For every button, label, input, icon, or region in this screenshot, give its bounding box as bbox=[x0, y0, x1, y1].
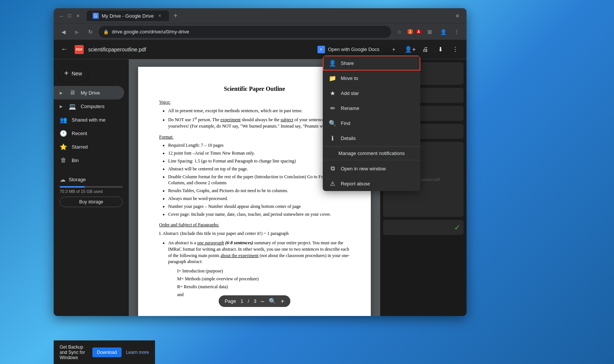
refresh-button[interactable]: ↻ bbox=[85, 27, 96, 37]
bookmark-button[interactable]: ☆ bbox=[394, 27, 405, 37]
more-action-button[interactable]: ⋮ bbox=[448, 43, 462, 56]
context-menu-add-star[interactable]: ★ Add star bbox=[323, 86, 420, 101]
report-abuse-icon: ⚠ bbox=[329, 180, 336, 187]
tab-strip: G My Drive - Google Drive × + bbox=[87, 11, 451, 21]
sidebar-item-my-drive[interactable]: ▶ 🖥 My Drive bbox=[54, 86, 124, 99]
pdf-imrac-i: I= Introduction (purpose) bbox=[177, 268, 350, 274]
recent-icon: 🕐 bbox=[60, 129, 67, 137]
open-with-dropdown-button[interactable]: ▾ bbox=[388, 44, 399, 55]
forward-button[interactable]: ▶ bbox=[72, 27, 82, 37]
share-action-button[interactable]: 👤+ bbox=[403, 43, 417, 56]
pdf-imrac-r: R= Results (numerical data) bbox=[177, 284, 350, 290]
add-star-label: Add star bbox=[341, 90, 359, 96]
tab-favicon: G bbox=[93, 13, 99, 19]
context-menu-report-abuse[interactable]: ⚠ Report abuse bbox=[323, 176, 420, 191]
download-action-button[interactable]: ⬇ bbox=[433, 43, 447, 56]
window-controls: — ☐ ✕ bbox=[58, 13, 81, 19]
zoom-in-button[interactable]: + bbox=[281, 298, 284, 305]
zoom-icon: 🔍 bbox=[269, 298, 276, 305]
context-menu-find[interactable]: 🔍 Find bbox=[323, 116, 420, 131]
pdf-title: Scientific Paper Outline bbox=[159, 85, 350, 93]
my-drive-label: My Drive bbox=[81, 90, 100, 96]
share-menu-icon: 👤 bbox=[329, 59, 336, 67]
add-star-icon: ★ bbox=[329, 89, 336, 97]
pdf-list-item: Number your pages – Number should appear… bbox=[168, 203, 350, 210]
open-new-window-label: Open in new window bbox=[341, 166, 386, 171]
address-text: drive.google.com/drive/u/0/my-drive bbox=[112, 29, 189, 35]
report-abuse-label: Report abuse bbox=[341, 181, 370, 187]
context-menu-details[interactable]: ℹ Details bbox=[323, 131, 420, 146]
open-with-button[interactable]: ≡ Open with Google Docs bbox=[313, 44, 384, 56]
extensions-button[interactable]: ⊞ bbox=[424, 27, 435, 37]
rename-label: Rename bbox=[341, 105, 359, 111]
find-label: Find bbox=[341, 120, 350, 126]
storage-used-text: 70.3 MB of 15 GB used bbox=[60, 189, 123, 194]
context-menu-rename[interactable]: ✏ Rename bbox=[323, 101, 420, 116]
lock-icon: 🔒 bbox=[103, 29, 109, 35]
storage-label: Storage bbox=[69, 177, 86, 182]
new-plus-icon: + bbox=[64, 69, 69, 78]
right-panel-check-icon: ✓ bbox=[454, 223, 460, 232]
app-back-button[interactable]: ← bbox=[58, 44, 70, 56]
recent-label: Recent bbox=[72, 131, 87, 136]
computers-label: Computers bbox=[81, 104, 105, 109]
zoom-out-button[interactable]: – bbox=[261, 298, 264, 305]
storage-section: ☁ Storage 70.3 MB of 15 GB used Buy stor… bbox=[54, 170, 129, 213]
pdf-order-header: Order and Subject of Paragraphs: bbox=[159, 222, 350, 228]
minimize-button[interactable]: — bbox=[58, 13, 64, 19]
context-menu-open-new-window[interactable]: ⧉ Open in new window bbox=[323, 161, 420, 176]
back-button[interactable]: ◀ bbox=[58, 27, 69, 37]
sidebar-item-recent[interactable]: 🕐 Recent bbox=[54, 126, 124, 140]
page-current: 1 bbox=[241, 298, 243, 304]
page-separator: / bbox=[248, 298, 249, 304]
close-button[interactable]: ✕ bbox=[75, 13, 81, 19]
sidebar-item-shared[interactable]: 👥 Shared with me bbox=[54, 113, 124, 126]
buy-storage-button[interactable]: Buy storage bbox=[60, 197, 123, 207]
bottom-bar-text: Get Backup and Sync for Windows bbox=[60, 344, 88, 360]
open-new-window-icon: ⧉ bbox=[329, 165, 336, 172]
new-button[interactable]: + New bbox=[58, 65, 88, 81]
tab-title: My Drive - Google Drive bbox=[102, 13, 154, 19]
new-tab-button[interactable]: + bbox=[170, 11, 181, 21]
tab-close-button[interactable]: × bbox=[157, 13, 163, 19]
browser-toolbar-right: ☆ 2 A ⊞ 👤 ⋮ bbox=[394, 27, 462, 37]
pdf-list-item: Cover page: Include your name, date, cla… bbox=[168, 211, 350, 218]
title-bar: — ☐ ✕ G My Drive - Google Drive × + ⚙ bbox=[54, 8, 467, 23]
share-menu-label: Share bbox=[341, 60, 354, 66]
active-tab[interactable]: G My Drive - Google Drive × bbox=[87, 11, 169, 21]
my-drive-icon: 🖥 bbox=[69, 89, 76, 96]
rename-icon: ✏ bbox=[329, 104, 336, 112]
print-action-button[interactable]: 🖨 bbox=[418, 43, 432, 56]
context-menu-move-to[interactable]: 📁 Move to bbox=[323, 71, 420, 86]
sidebar-item-computers[interactable]: ▶ 💻 Computers bbox=[54, 99, 124, 113]
system-settings-icon[interactable]: ⚙ bbox=[454, 13, 460, 19]
sidebar-item-bin[interactable]: 🗑 Bin bbox=[54, 153, 124, 167]
storage-cloud-icon: ☁ bbox=[60, 176, 66, 183]
move-to-label: Move to bbox=[341, 75, 358, 81]
context-menu-share[interactable]: 👤 Share bbox=[323, 56, 420, 71]
sidebar: + New ▶ 🖥 My Drive ▶ 💻 Computers 👥 Share… bbox=[54, 59, 129, 316]
page-total: 3 bbox=[254, 298, 256, 304]
bin-icon: 🗑 bbox=[60, 156, 67, 164]
browser-menu-button[interactable]: ⋮ bbox=[451, 27, 462, 37]
open-with-label: Open with Google Docs bbox=[328, 47, 379, 52]
context-menu-divider2 bbox=[323, 160, 420, 160]
details-icon: ℹ bbox=[329, 134, 336, 142]
context-menu-manage-notifications[interactable]: Manage comment notifications bbox=[323, 147, 420, 159]
pdf-list-item: An abstract is a one paragraph (6-8 sent… bbox=[168, 240, 350, 265]
starred-label: Starred bbox=[72, 144, 88, 150]
profile-button[interactable]: 👤 bbox=[438, 27, 448, 37]
brave-badge: 2 bbox=[408, 29, 413, 34]
maximize-button[interactable]: ☐ bbox=[66, 13, 72, 19]
shield-badge: A bbox=[416, 29, 421, 34]
bottom-notification-bar: Get Backup and Sync for Windows Download… bbox=[54, 340, 155, 364]
learn-more-button[interactable]: Learn more bbox=[126, 350, 149, 355]
context-menu-divider bbox=[323, 146, 420, 147]
starred-icon: ⭐ bbox=[60, 143, 67, 150]
bottom-download-button[interactable]: Download bbox=[92, 347, 121, 357]
sidebar-item-starred[interactable]: ⭐ Starred bbox=[54, 140, 124, 153]
find-icon: 🔍 bbox=[329, 119, 336, 127]
address-input-wrap[interactable]: 🔒 drive.google.com/drive/u/0/my-drive bbox=[99, 26, 391, 38]
shared-label: Shared with me bbox=[72, 117, 105, 123]
computers-icon: 💻 bbox=[69, 102, 76, 110]
